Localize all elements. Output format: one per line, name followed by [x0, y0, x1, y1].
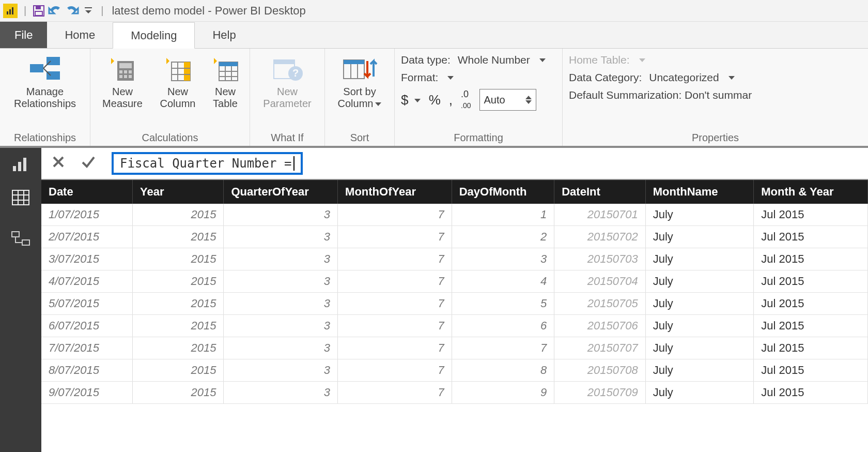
data-category-dropdown[interactable]: Data Category: Uncategorized — [569, 71, 786, 84]
cell[interactable]: 4 — [452, 270, 554, 293]
cell[interactable]: July — [645, 315, 754, 337]
cell[interactable]: 7 — [452, 337, 554, 359]
model-view-button[interactable] — [10, 229, 31, 249]
cell[interactable]: 3/07/2015 — [41, 248, 132, 270]
cell[interactable]: 20150705 — [554, 293, 645, 315]
cell[interactable]: July — [645, 204, 754, 226]
cell[interactable]: 9 — [452, 382, 554, 404]
summarization-dropdown[interactable]: Default Summarization: Don't summar — [569, 89, 786, 101]
new-column-button[interactable]: NewColumn — [156, 52, 200, 110]
cell[interactable]: 3 — [224, 248, 338, 270]
qat-customize[interactable] — [80, 3, 97, 19]
manage-relationships-button[interactable]: ManageRelationships — [6, 52, 84, 110]
spinner-icon[interactable] — [525, 96, 532, 104]
table-row[interactable]: 3/07/2015201537320150703JulyJul 2015 — [41, 248, 868, 270]
cell[interactable]: 3 — [224, 204, 338, 226]
cell[interactable]: 5 — [452, 293, 554, 315]
currency-button[interactable]: $ — [401, 92, 421, 108]
cell[interactable]: Jul 2015 — [754, 382, 868, 404]
cell[interactable]: 5/07/2015 — [41, 293, 132, 315]
format-dropdown[interactable]: Format: — [401, 71, 556, 84]
tab-home[interactable]: Home — [47, 22, 113, 48]
cell[interactable]: 7 — [338, 315, 452, 337]
tab-file[interactable]: File — [0, 22, 47, 48]
cell[interactable]: 3 — [224, 270, 338, 293]
cell[interactable]: 2015 — [132, 382, 223, 404]
cell[interactable]: 4/07/2015 — [41, 270, 132, 293]
cell[interactable]: 2015 — [132, 293, 223, 315]
cell[interactable]: 1/07/2015 — [41, 204, 132, 226]
cell[interactable]: 7 — [338, 382, 452, 404]
sort-by-column-button[interactable]: Sort byColumn — [331, 52, 388, 110]
cell[interactable]: 2015 — [132, 204, 223, 226]
cell[interactable]: 9/07/2015 — [41, 382, 132, 404]
data-table[interactable]: Date Year QuarterOfYear MonthOfYear DayO… — [41, 180, 868, 452]
cell[interactable]: Jul 2015 — [754, 293, 868, 315]
table-row[interactable]: 6/07/2015201537620150706JulyJul 2015 — [41, 315, 868, 337]
cell[interactable]: 20150707 — [554, 337, 645, 359]
cell[interactable]: Jul 2015 — [754, 248, 868, 270]
cell[interactable]: Jul 2015 — [754, 270, 868, 293]
table-row[interactable]: 1/07/2015201537120150701JulyJul 2015 — [41, 204, 868, 226]
cell[interactable]: 20150703 — [554, 248, 645, 270]
col-header[interactable]: DayOfMonth — [452, 180, 554, 204]
tab-help[interactable]: Help — [195, 22, 253, 48]
cell[interactable]: 2015 — [132, 270, 223, 293]
cell[interactable]: 3 — [452, 248, 554, 270]
col-header[interactable]: DateInt — [554, 180, 645, 204]
thousand-sep-button[interactable]: , — [449, 92, 453, 108]
cell[interactable]: 6 — [452, 315, 554, 337]
cell[interactable]: 20150708 — [554, 359, 645, 382]
cell[interactable]: 8/07/2015 — [41, 359, 132, 382]
cell[interactable]: July — [645, 270, 754, 293]
cell[interactable]: 7 — [338, 204, 452, 226]
cell[interactable]: 2 — [452, 226, 554, 248]
cell[interactable]: Jul 2015 — [754, 359, 868, 382]
cell[interactable]: July — [645, 337, 754, 359]
report-view-button[interactable] — [10, 154, 31, 175]
table-row[interactable]: 2/07/2015201537220150702JulyJul 2015 — [41, 226, 868, 248]
cell[interactable]: 2/07/2015 — [41, 226, 132, 248]
cell[interactable]: 3 — [224, 293, 338, 315]
cell[interactable]: 2015 — [132, 226, 223, 248]
decimals-input[interactable]: Auto — [479, 89, 536, 111]
cell[interactable]: 7 — [338, 248, 452, 270]
cell[interactable]: Jul 2015 — [754, 337, 868, 359]
cell[interactable]: Jul 2015 — [754, 315, 868, 337]
cell[interactable]: 7 — [338, 337, 452, 359]
cell[interactable]: Jul 2015 — [754, 204, 868, 226]
cell[interactable]: 7 — [338, 226, 452, 248]
cell[interactable]: 3 — [224, 226, 338, 248]
cell[interactable]: 20150702 — [554, 226, 645, 248]
col-header[interactable]: QuarterOfYear — [224, 180, 338, 204]
formula-cancel-button[interactable] — [52, 155, 65, 172]
cell[interactable]: 6/07/2015 — [41, 315, 132, 337]
cell[interactable]: 1 — [452, 204, 554, 226]
tab-modeling[interactable]: Modeling — [113, 22, 195, 49]
cell[interactable]: 20150709 — [554, 382, 645, 404]
cell[interactable]: 2015 — [132, 315, 223, 337]
new-table-button[interactable]: NewTable — [207, 52, 243, 110]
cell[interactable]: July — [645, 359, 754, 382]
cell[interactable]: 20150704 — [554, 270, 645, 293]
col-header[interactable]: MonthOfYear — [338, 180, 452, 204]
formula-input[interactable]: Fiscal Quarter Number = — [112, 152, 303, 175]
table-row[interactable]: 4/07/2015201537420150704JulyJul 2015 — [41, 270, 868, 293]
formula-commit-button[interactable] — [81, 155, 96, 172]
cell[interactable]: July — [645, 226, 754, 248]
table-row[interactable]: 8/07/2015201537820150708JulyJul 2015 — [41, 359, 868, 382]
cell[interactable]: 3 — [224, 315, 338, 337]
redo-button[interactable] — [64, 3, 80, 19]
col-header[interactable]: Date — [41, 180, 132, 204]
table-row[interactable]: 9/07/2015201537920150709JulyJul 2015 — [41, 382, 868, 404]
col-header[interactable]: MonthName — [645, 180, 754, 204]
cell[interactable]: Jul 2015 — [754, 226, 868, 248]
cell[interactable]: 8 — [452, 359, 554, 382]
cell[interactable]: July — [645, 382, 754, 404]
percent-button[interactable]: % — [429, 92, 441, 108]
cell[interactable]: 3 — [224, 382, 338, 404]
table-row[interactable]: 7/07/2015201537720150707JulyJul 2015 — [41, 337, 868, 359]
data-view-button[interactable] — [10, 187, 31, 208]
cell[interactable]: 20150706 — [554, 315, 645, 337]
col-header[interactable]: Year — [132, 180, 223, 204]
